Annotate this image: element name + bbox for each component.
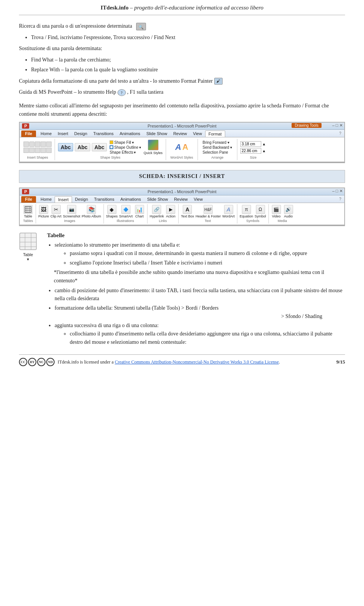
- help-btn[interactable]: ?: [337, 131, 343, 137]
- textbox-icon: A: [183, 205, 192, 214]
- insert-file-tab[interactable]: File: [21, 196, 36, 203]
- shape-options: Shape Fill ▾ Shape Outline ▾ Shape Effec…: [110, 140, 141, 154]
- format-painter-icon: 🖌: [214, 78, 223, 85]
- shape-icon-4: [41, 142, 46, 147]
- video-btn[interactable]: 🎬 Video: [271, 205, 282, 218]
- smartart-btn[interactable]: 🔷 SmartArt: [119, 205, 133, 218]
- photo-album-btn[interactable]: 📚 Photo Album: [82, 205, 101, 218]
- tabelle-item-3: formattazione della tabella: Strumenti t…: [55, 304, 345, 320]
- bring-forward-btn[interactable]: Bring Forward ▾: [202, 140, 232, 145]
- clip-art-icon: ✂: [52, 205, 61, 214]
- arrange-content: Bring Forward ▾ Send Backward ▾ Selectio…: [202, 140, 232, 155]
- tabelle-item-4: aggiunta successiva di una riga o di una…: [55, 321, 345, 346]
- sostituzione-list: Find What – la parola che cerchiamo; Rep…: [31, 56, 345, 74]
- insert-tab-transitions[interactable]: Transitions: [91, 196, 117, 203]
- shapes-btn[interactable]: ◆ Shapes: [106, 205, 118, 218]
- shape-effects-btn[interactable]: Shape Effects ▾: [110, 150, 141, 154]
- header-title: ITdesk.info: [100, 5, 129, 11]
- shape-icon-8: [35, 148, 40, 153]
- insert-shapes-label: Insert Shapes: [27, 156, 48, 159]
- size-height-input[interactable]: [240, 148, 261, 154]
- video-icon: 🎬: [272, 205, 281, 214]
- symbol-icon: Ω: [256, 205, 265, 214]
- picture-icon: 🖼: [39, 205, 48, 214]
- shapes-icon: ◆: [107, 205, 116, 214]
- size-h-up[interactable]: ▲: [262, 149, 266, 153]
- shape-styles-group: Abc Abc Abc Shape Fill ▾ Shape Outl: [56, 139, 166, 160]
- chart-icon: 📊: [135, 205, 144, 214]
- abc-style-2[interactable]: Abc: [75, 143, 90, 151]
- action-btn[interactable]: ▶ Action: [165, 205, 176, 218]
- insert-tab-design[interactable]: Design: [72, 196, 91, 203]
- tabelle-list: selezioniamo lo strumento per inseriment…: [55, 241, 345, 267]
- abc-style-3[interactable]: Abc: [92, 143, 107, 151]
- symbols-label: Symbols: [246, 219, 260, 223]
- picture-btn[interactable]: 🖼 Picture: [38, 205, 49, 218]
- tab-view[interactable]: View: [190, 131, 205, 137]
- audio-btn[interactable]: 🔊 Audio: [283, 205, 294, 218]
- format-ribbon: P Presentation1 - Microsoft PowerPoint D…: [19, 122, 345, 163]
- symbol-btn[interactable]: Ω Symbol: [255, 205, 266, 218]
- shape-icon-2: [29, 142, 35, 147]
- tab-home[interactable]: Home: [38, 131, 55, 137]
- tabelle-section: Table ▾ Tabelle selezioniamo lo strument…: [19, 232, 345, 347]
- cc-icons: CC BY NC ND: [19, 358, 55, 366]
- trova-item: Trova / Find, iscriviamo l'espressione, …: [31, 33, 345, 42]
- license-link[interactable]: Creative Commons Attribution-Noncommerci…: [115, 359, 279, 365]
- shape-icon-6: [24, 148, 29, 153]
- shape-fill-color-icon: [110, 140, 113, 144]
- arrange-btns: Bring Forward ▾ Send Backward ▾ Selectio…: [202, 140, 232, 154]
- shape-icon-7: [29, 148, 35, 153]
- quick-styles-btn[interactable]: Quick Styles: [144, 140, 163, 155]
- shape-icon-5: [46, 142, 52, 147]
- file-tab[interactable]: File: [21, 131, 36, 137]
- selection-pane-btn[interactable]: Selection Pane: [202, 150, 232, 154]
- size-width-input[interactable]: [240, 141, 261, 147]
- wordart-btn[interactable]: A WordArt: [222, 205, 235, 218]
- tab-review[interactable]: Review: [170, 131, 190, 137]
- table-btn[interactable]: Table: [23, 205, 33, 218]
- wordart-styles-label: WordArt Styles: [170, 156, 193, 159]
- tabelle-item-1: selezioniamo lo strumento per inseriment…: [55, 241, 345, 267]
- textbox-btn[interactable]: A Text Box: [181, 205, 194, 218]
- hyperlink-btn[interactable]: 🔗 Hyperlink: [150, 205, 164, 218]
- chart-btn[interactable]: 📊 Chart: [134, 205, 145, 218]
- tab-slideshow[interactable]: Slide Show: [143, 131, 170, 137]
- header-footer-btn[interactable]: H&F Header & Footer: [196, 205, 221, 218]
- text-content: A Text Box H&F Header & Footer A WordArt: [181, 205, 235, 218]
- shape-outline-color-icon: [110, 145, 113, 149]
- table-icon-label: Table: [19, 252, 37, 257]
- table-big-icon: Table ▾: [19, 232, 37, 262]
- screenshot-btn[interactable]: 📷 Screenshot: [63, 205, 80, 218]
- ribbon-title-bar: P Presentation1 - Microsoft PowerPoint D…: [20, 123, 344, 130]
- tab-animations[interactable]: Animations: [116, 131, 143, 137]
- insert-help-btn[interactable]: ?: [337, 196, 343, 203]
- tab-insert[interactable]: Insert: [55, 131, 71, 137]
- wordart-a-icon[interactable]: A: [175, 142, 181, 152]
- tab-design[interactable]: Design: [71, 131, 90, 137]
- content-block: Ricerca di una parola o di un'espression…: [19, 22, 345, 348]
- shape-outline-btn[interactable]: Shape Outline ▾: [110, 145, 141, 150]
- insert-ribbon-title-bar: P Presentation1 - Microsoft PowerPoint –…: [20, 188, 344, 195]
- insert-tab-view[interactable]: View: [191, 196, 206, 203]
- clip-art-btn[interactable]: ✂ Clip Art: [50, 205, 61, 218]
- ppt-logo-2: P: [22, 189, 29, 194]
- shape-fill-btn[interactable]: Shape Fill ▾: [110, 140, 141, 145]
- insert-tab-insert[interactable]: Insert: [55, 196, 72, 203]
- media-label: Media: [278, 219, 287, 223]
- header-subtitle: – progetto dell'e-educazione informatica…: [130, 5, 264, 11]
- tabelle-sub-2: scegliamo l'opzione Inserisci tabella / …: [70, 259, 345, 267]
- size-w-up[interactable]: ▲: [262, 142, 266, 146]
- tab-transitions[interactable]: Transitions: [90, 131, 116, 137]
- insert-tab-home[interactable]: Home: [38, 196, 55, 203]
- insert-tab-review[interactable]: Review: [171, 196, 191, 203]
- mentre-text: Mentre siamo collocati all'interno del s…: [19, 102, 345, 118]
- wordart-a2-icon[interactable]: A: [182, 142, 188, 152]
- equation-btn[interactable]: π Equation: [240, 205, 253, 218]
- abc-style-1[interactable]: Abc: [58, 143, 73, 151]
- tab-format[interactable]: Format: [205, 131, 225, 137]
- insert-tab-animations[interactable]: Animations: [117, 196, 144, 203]
- insert-tab-slideshow[interactable]: Slide Show: [144, 196, 171, 203]
- replacewith-item: Replace With – la parola con la quale la…: [31, 66, 345, 74]
- send-backward-btn[interactable]: Send Backward ▾: [202, 145, 232, 150]
